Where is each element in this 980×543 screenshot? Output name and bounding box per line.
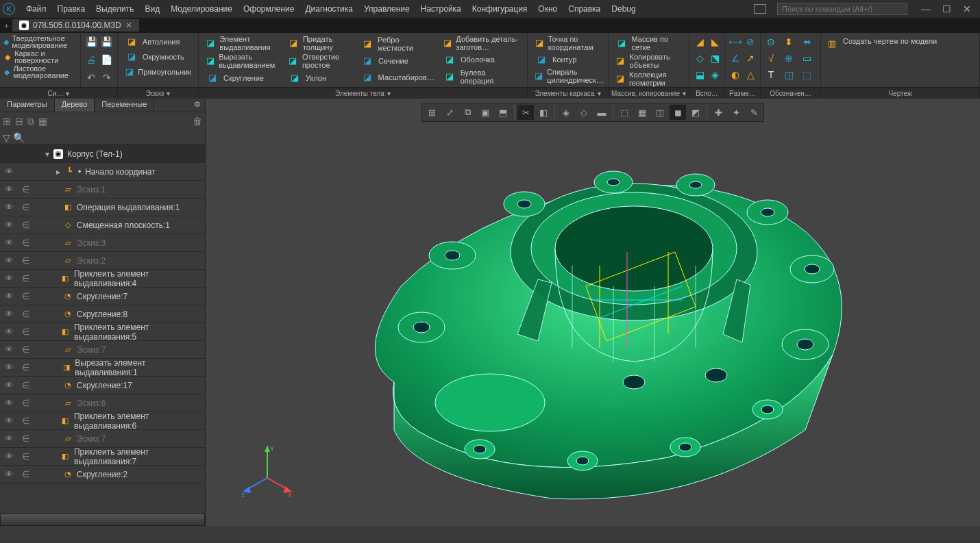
tree-item[interactable]: 👁∈◧Операция выдавливания:1 [0,199,205,216]
include-icon[interactable]: ∈ [19,291,32,301]
include-icon[interactable]: ∈ [19,416,32,426]
aux-icon[interactable]: ◢ [692,34,707,49]
layout-icon[interactable] [754,4,766,14]
visibility-icon[interactable]: 👁 [3,291,15,301]
aux-icon[interactable]: ◈ [707,67,722,82]
tree-root[interactable]: ▾ ◉ Корпус (Тел-1) [0,145,205,163]
include-icon[interactable]: ∈ [19,255,32,266]
close-button[interactable]: ✕ [957,3,977,14]
command-search-input[interactable] [777,3,907,15]
tree-item[interactable]: 👁∈◧Приклеить элемент выдавливания:4 [0,270,205,288]
aux-icon[interactable]: ⬓ [692,67,707,82]
tree-item[interactable]: 👁∈▱Эскиз:1 [0,181,205,199]
menu-управление[interactable]: Управление [358,1,415,16]
vt-icon[interactable]: ▣ [477,105,493,120]
tree-item[interactable]: 👁∈◔Скругление:7 [0,288,205,305]
vt-icon[interactable]: ✎ [746,105,762,120]
menu-выделить[interactable]: Выделить [90,1,139,16]
aux-icon[interactable]: ◣ [707,34,722,49]
menu-моделирование[interactable]: Моделирование [165,1,238,16]
menu-вид[interactable]: Вид [139,1,165,16]
vt-icon[interactable]: ◼ [670,105,686,120]
dim-icon[interactable]: ↗ [743,51,758,66]
annot-icon[interactable]: ▭ [800,51,815,66]
menu-debug[interactable]: Debug [606,1,641,16]
create-drawing-button[interactable]: ▥ Создать чертеж по модели [824,34,977,51]
visibility-icon[interactable]: 👁 [3,220,15,230]
vt-icon[interactable]: ✚ [710,105,726,120]
tree-item[interactable]: 👁∈◧Приклеить элемент выдавливания:7 [0,448,205,466]
sidebar-tab-variables[interactable]: Переменные [95,99,154,112]
vt-icon[interactable]: ◫ [652,105,668,120]
vt-icon[interactable]: ◈ [558,105,574,120]
tree-item[interactable]: 👁∈◇Смещенная плоскость:1 [0,216,205,234]
vt-icon[interactable]: ▦ [634,105,650,120]
filter-icon[interactable]: ▽ [3,132,10,143]
include-icon[interactable]: ∈ [19,238,32,248]
vt-icon[interactable]: ◧ [535,105,552,120]
mode-button[interactable]: ◆Листовое моделирование [3,64,77,79]
ribbon-command[interactable]: ◪Сечение [359,53,436,68]
tree-item[interactable]: 👁∈◧Приклеить элемент выдавливания:6 [0,412,205,430]
tree-tool-icon[interactable]: ⊟ [15,116,23,127]
visibility-icon[interactable]: 👁 [3,398,15,408]
vt-icon[interactable]: ✦ [728,105,744,120]
ribbon-command[interactable]: ◪Точка по координатам [533,34,602,52]
tree-item[interactable]: 👁∈◔Скругление:8 [0,305,205,323]
menu-диагностика[interactable]: Диагностика [299,1,358,16]
ribbon-command[interactable]: ◪Булева операция [441,68,522,86]
menu-окно[interactable]: Окно [532,1,563,16]
menu-оформление[interactable]: Оформление [238,1,299,16]
delete-icon[interactable]: 🗑 [193,116,202,127]
menu-правка[interactable]: Правка [52,1,91,16]
include-icon[interactable]: ∈ [19,327,32,337]
include-icon[interactable]: ∈ [19,344,32,355]
visibility-icon[interactable]: 👁 [3,327,15,337]
annot-icon[interactable]: ◫ [781,67,796,82]
aux-icon[interactable]: ⬔ [707,51,722,66]
visibility-icon[interactable]: 👁 [3,380,15,390]
visibility-icon[interactable]: 👁 [3,184,15,194]
mode-button[interactable]: ◆Твердотельное моделирование [3,34,77,49]
ribbon-command[interactable]: ◪Элемент выдавливания [204,34,281,52]
sidebar-tab-parameters[interactable]: Параметры [0,99,55,112]
ribbon-command[interactable]: ◪Придать толщину [286,34,354,52]
ribbon-command[interactable]: ◪Прямоугольник [123,64,193,79]
ribbon-command[interactable]: ◪Вырезать выдавливанием [204,52,281,70]
vt-icon[interactable]: ✂ [517,105,534,120]
include-icon[interactable]: ∈ [19,380,32,390]
annot-icon[interactable]: √ [763,51,779,66]
include-icon[interactable]: ∈ [19,202,32,212]
tree-origin[interactable]: 👁 ▸ ┗ • Начало координат [0,163,205,181]
include-icon[interactable]: ∈ [19,469,32,479]
undo-icon[interactable]: ↶ [84,70,99,85]
save-icon[interactable]: 💾 [84,34,99,49]
gear-icon[interactable]: ⚙ [190,99,205,112]
aux-icon[interactable]: ◇ [692,51,707,66]
visibility-icon[interactable]: 👁 [3,202,15,212]
maximize-button[interactable]: ☐ [936,3,957,14]
tree-item[interactable]: 👁∈◔Скругление:2 [0,466,205,483]
tree-item[interactable]: 👁∈▱Эскиз:2 [0,252,205,270]
annot-icon[interactable]: ⬌ [800,34,815,49]
visibility-icon[interactable]: 👁 [3,255,15,266]
annot-icon[interactable]: ⊙ [763,34,779,49]
tree-item[interactable]: 👁∈▱Эскиз:3 [0,234,205,252]
dim-icon[interactable]: ∠ [728,51,743,66]
visibility-icon[interactable]: 👁 [3,166,15,177]
scrollbar[interactable] [0,514,205,526]
vt-icon[interactable]: ⬚ [616,105,633,120]
include-icon[interactable]: ∈ [19,309,32,319]
dim-icon[interactable]: △ [743,67,758,82]
dim-icon[interactable]: ⊘ [743,34,758,49]
visibility-icon[interactable]: 👁 [3,416,15,426]
vt-icon[interactable]: ⊞ [424,105,440,120]
tree-item[interactable]: 👁∈▱Эскиз:7 [0,430,205,448]
menu-файл[interactable]: Файл [21,1,52,16]
menu-справка[interactable]: Справка [563,1,606,16]
tree-item[interactable]: 👁∈◔Скругление:17 [0,377,205,394]
minimize-button[interactable]: — [916,3,936,14]
tree-tool-icon[interactable]: ▦ [38,116,47,127]
ribbon-command[interactable]: ◪Ребро жесткости [359,35,436,53]
vt-icon[interactable]: ⬒ [495,105,511,120]
